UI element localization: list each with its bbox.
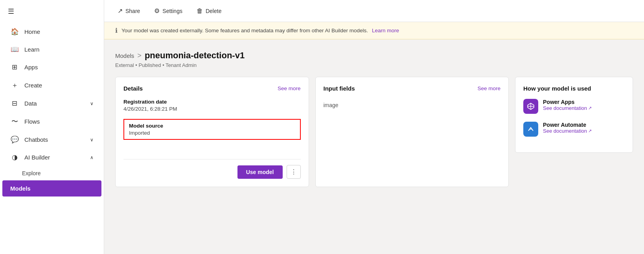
sidebar-item-ai-builder[interactable]: ◑ AI Builder ∧ xyxy=(2,148,101,166)
data-icon: ⊟ xyxy=(10,99,19,108)
input-fields-see-more-link[interactable]: See more xyxy=(477,85,500,91)
sidebar-item-models-label: Models xyxy=(10,185,31,192)
delete-label: Delete xyxy=(206,8,221,14)
details-card-title: Details xyxy=(123,85,143,92)
breadcrumb-parent[interactable]: Models xyxy=(115,52,134,59)
input-fields-card: Input fields See more image xyxy=(315,77,509,187)
power-automate-doc-link-label: See documentation xyxy=(543,128,587,134)
sidebar-item-home-label: Home xyxy=(24,28,40,35)
ai-builder-chevron-icon: ∧ xyxy=(90,155,94,160)
power-automate-doc-link[interactable]: See documentation ↗ xyxy=(543,128,592,134)
details-card-header: Details See more xyxy=(123,85,301,92)
share-button[interactable]: ↗ Share xyxy=(115,6,142,16)
sidebar: ☰ 🏠 Home 📖 Learn ⊞ Apps ＋ Create ⊟ Data … xyxy=(0,0,104,254)
delete-icon: 🗑 xyxy=(197,7,203,15)
sidebar-item-explore-label: Explore xyxy=(22,170,40,176)
sidebar-item-home[interactable]: 🏠 Home xyxy=(2,23,101,41)
input-fields-card-title: Input fields xyxy=(324,85,355,92)
details-card: Details See more Registration date 4/26/… xyxy=(115,77,309,187)
model-source-label: Model source xyxy=(129,123,295,129)
breadcrumb: Models > pneumonia-detection-v1 xyxy=(115,50,633,61)
sidebar-item-learn[interactable]: 📖 Learn xyxy=(2,41,101,58)
page-subtitle: External • Published • Tenant Admin xyxy=(115,62,633,68)
learn-icon: 📖 xyxy=(10,45,19,54)
banner-message: Your model was created externally. Some … xyxy=(121,28,368,33)
registration-date-label: Registration date xyxy=(123,99,301,105)
breadcrumb-separator: > xyxy=(137,52,142,60)
power-apps-icon xyxy=(523,99,538,114)
page-content: Models > pneumonia-detection-v1 External… xyxy=(104,39,644,254)
info-icon: ℹ xyxy=(115,27,118,34)
input-field-value: image xyxy=(324,99,501,111)
sidebar-item-learn-label: Learn xyxy=(24,46,39,53)
sidebar-item-create[interactable]: ＋ Create xyxy=(2,76,101,95)
more-options-button[interactable]: ⋮ xyxy=(287,165,301,179)
usage-item-power-automate: Power Automate See documentation ↗ xyxy=(523,122,625,137)
sidebar-item-apps[interactable]: ⊞ Apps xyxy=(2,58,101,76)
chatbots-icon: 💬 xyxy=(10,135,19,144)
apps-icon: ⊞ xyxy=(10,63,19,71)
sidebar-item-apps-label: Apps xyxy=(24,64,38,70)
sidebar-item-ai-builder-label: AI Builder xyxy=(24,154,50,161)
sidebar-item-models[interactable]: Models xyxy=(2,180,101,197)
sidebar-item-chatbots[interactable]: 💬 Chatbots ∨ xyxy=(2,131,101,148)
power-apps-name: Power Apps xyxy=(543,99,592,105)
sidebar-item-flows-label: Flows xyxy=(24,118,40,125)
info-banner: ℹ Your model was created externally. Som… xyxy=(104,22,644,39)
power-automate-icon xyxy=(523,122,538,137)
external-link-icon: ↗ xyxy=(588,106,592,111)
how-used-card: How your model is used Power Apps See do… xyxy=(515,77,633,153)
use-model-button[interactable]: Use model xyxy=(237,165,283,179)
power-automate-name: Power Automate xyxy=(543,122,592,128)
delete-button[interactable]: 🗑 Delete xyxy=(194,6,224,16)
sidebar-item-data[interactable]: ⊟ Data ∨ xyxy=(2,95,101,112)
ai-builder-icon: ◑ xyxy=(10,153,19,161)
home-icon: 🏠 xyxy=(10,28,19,36)
settings-button[interactable]: ⚙ Settings xyxy=(152,6,185,16)
sidebar-item-explore[interactable]: Explore xyxy=(0,166,104,180)
details-see-more-link[interactable]: See more xyxy=(278,85,301,91)
details-card-footer: Use model ⋮ xyxy=(123,159,301,179)
registration-date-value: 4/26/2021, 6:28:21 PM xyxy=(123,106,301,112)
create-icon: ＋ xyxy=(10,81,19,90)
learn-more-link[interactable]: Learn more xyxy=(372,28,399,33)
settings-label: Settings xyxy=(162,8,182,14)
breadcrumb-current: pneumonia-detection-v1 xyxy=(145,50,245,61)
usage-item-power-apps: Power Apps See documentation ↗ xyxy=(523,99,625,114)
share-label: Share xyxy=(125,8,140,14)
share-icon: ↗ xyxy=(118,7,123,15)
input-fields-card-header: Input fields See more xyxy=(324,85,501,92)
how-used-card-title: How your model is used xyxy=(523,85,625,92)
external-link-icon-2: ↗ xyxy=(588,128,592,133)
power-apps-doc-link[interactable]: See documentation ↗ xyxy=(543,105,592,111)
flows-icon: 〜 xyxy=(10,117,19,126)
chatbots-chevron-icon: ∨ xyxy=(90,137,94,143)
toolbar: ↗ Share ⚙ Settings 🗑 Delete xyxy=(104,0,644,22)
model-source-value: Imported xyxy=(129,130,295,136)
model-source-highlight-box: Model source Imported xyxy=(123,119,301,140)
sidebar-item-chatbots-label: Chatbots xyxy=(24,136,48,143)
sidebar-item-create-label: Create xyxy=(24,82,42,89)
settings-icon: ⚙ xyxy=(154,7,160,15)
hamburger-menu-icon[interactable]: ☰ xyxy=(0,0,104,23)
main-content: ↗ Share ⚙ Settings 🗑 Delete ℹ Your model… xyxy=(104,0,644,254)
data-chevron-icon: ∨ xyxy=(90,101,94,106)
sidebar-item-data-label: Data xyxy=(24,100,37,107)
sidebar-item-flows[interactable]: 〜 Flows xyxy=(2,112,101,131)
power-apps-doc-link-label: See documentation xyxy=(543,105,587,111)
cards-row: Details See more Registration date 4/26/… xyxy=(115,77,633,187)
